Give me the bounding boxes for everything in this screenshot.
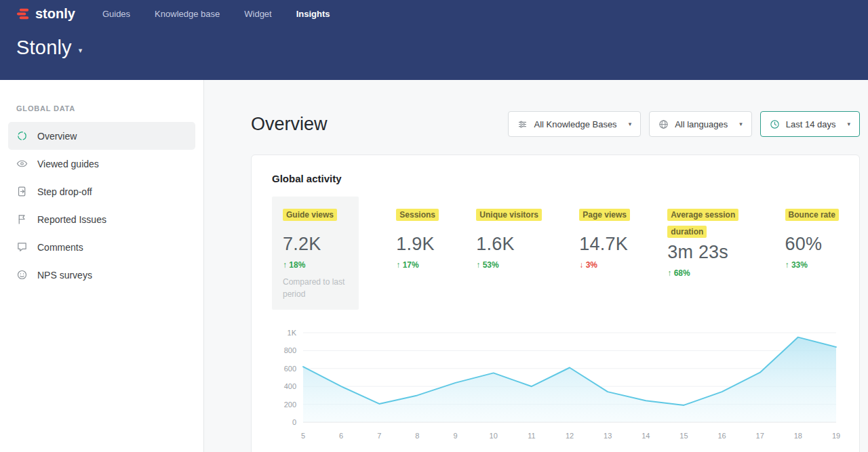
nav-guides[interactable]: Guides <box>102 9 130 19</box>
smiley-icon <box>16 269 28 281</box>
sidebar-item-label: Reported Issues <box>37 214 106 225</box>
svg-text:13: 13 <box>604 432 612 440</box>
date-range-filter-value: Last 14 days <box>786 119 836 129</box>
date-range-filter[interactable]: Last 14 days ▾ <box>760 111 860 137</box>
activity-chart-wrap: 02004006008001K5678910111213141516171819 <box>272 327 839 445</box>
metric-sessions[interactable]: Sessions 1.9K ↑ 17% <box>396 197 439 310</box>
svg-text:10: 10 <box>490 432 498 440</box>
svg-text:18: 18 <box>794 432 802 440</box>
sidebar-item-viewed-guides[interactable]: Viewed guides <box>8 150 195 178</box>
metric-change: ↓ 3% <box>579 260 630 270</box>
svg-text:8: 8 <box>415 432 419 440</box>
top-nav: Guides Knowledge base Widget Insights <box>102 9 330 19</box>
logo-text: stonly <box>35 6 75 22</box>
sidebar: GLOBAL DATA Overview Viewed guides Step … <box>0 80 204 452</box>
clock-icon <box>770 119 780 129</box>
stonly-logo-icon <box>16 7 31 21</box>
nav-insights[interactable]: Insights <box>296 9 330 19</box>
svg-text:600: 600 <box>284 365 296 373</box>
top-nav-row: stonly Guides Knowledge base Widget Insi… <box>16 0 852 27</box>
metric-label: Bounce rate <box>785 209 839 221</box>
metric-value: 14.7K <box>579 234 630 255</box>
main-content: Overview All Knowledge Bases ▾ All langu… <box>204 80 868 452</box>
sliders-icon <box>517 119 528 129</box>
sidebar-item-nps-surveys[interactable]: NPS surveys <box>8 261 195 289</box>
overview-icon <box>16 130 28 142</box>
chevron-down-icon: ▾ <box>847 121 850 127</box>
metric-change: ↑ 68% <box>667 268 747 278</box>
svg-text:6: 6 <box>339 432 343 440</box>
svg-text:5: 5 <box>301 432 305 440</box>
metric-value: 60% <box>785 234 839 255</box>
metric-label: Sessions <box>396 209 439 221</box>
svg-text:1K: 1K <box>288 329 297 337</box>
metric-change: ↑ 53% <box>476 260 542 270</box>
svg-text:15: 15 <box>679 432 688 440</box>
svg-text:400: 400 <box>284 382 296 390</box>
svg-text:200: 200 <box>284 400 296 409</box>
svg-text:800: 800 <box>284 346 296 354</box>
sidebar-item-label: Overview <box>37 131 77 142</box>
svg-text:0: 0 <box>292 418 296 426</box>
global-activity-card: Global activity Guide views 7.2K ↑ 18% C… <box>251 155 860 452</box>
workspace-title: Stonly <box>16 37 72 59</box>
metric-change: ↑ 17% <box>396 260 439 270</box>
metric-value: 7.2K <box>283 234 348 255</box>
comments-icon <box>16 241 28 253</box>
chevron-down-icon: ▾ <box>79 46 83 55</box>
metric-page-views[interactable]: Page views 14.7K ↓ 3% <box>579 197 630 310</box>
knowledge-bases-filter-value: All Knowledge Bases <box>534 119 616 129</box>
filters: All Knowledge Bases ▾ All languages ▾ La… <box>508 111 860 137</box>
sidebar-item-overview[interactable]: Overview <box>8 122 195 150</box>
metric-bounce-rate[interactable]: Bounce rate 60% ↑ 33% <box>785 197 839 310</box>
svg-text:7: 7 <box>377 432 381 440</box>
sidebar-item-step-drop-off[interactable]: Step drop-off <box>8 178 195 205</box>
workspace-selector[interactable]: Stonly ▾ <box>16 37 82 59</box>
card-title: Global activity <box>272 173 839 184</box>
metric-change: ↑ 18% <box>283 260 348 270</box>
main-header: Overview All Knowledge Bases ▾ All langu… <box>251 111 860 137</box>
sidebar-item-label: Step drop-off <box>37 186 92 197</box>
metrics-row: Guide views 7.2K ↑ 18% Compared to last … <box>272 197 839 310</box>
sidebar-section-label: GLOBAL DATA <box>0 104 203 112</box>
metric-guide-views[interactable]: Guide views 7.2K ↑ 18% Compared to last … <box>272 197 359 310</box>
svg-text:19: 19 <box>832 432 840 440</box>
metric-label: Guide views <box>283 209 337 221</box>
flag-icon <box>16 213 28 225</box>
metric-label: Average session duration <box>667 209 738 238</box>
metric-label: Unique visitors <box>476 209 542 221</box>
metric-average-session-duration[interactable]: Average session duration 3m 23s ↑ 68% <box>667 197 747 310</box>
languages-filter-value: All languages <box>675 119 728 129</box>
stonly-logo[interactable]: stonly <box>16 6 75 22</box>
nav-widget[interactable]: Widget <box>244 9 271 19</box>
sidebar-item-label: NPS surveys <box>37 270 92 281</box>
metric-change: ↑ 33% <box>785 260 839 270</box>
chevron-down-icon: ▾ <box>629 121 632 127</box>
metric-value: 3m 23s <box>667 242 747 263</box>
page-title: Overview <box>251 114 328 135</box>
eye-icon <box>16 158 28 169</box>
sidebar-item-reported-issues[interactable]: Reported Issues <box>8 205 195 233</box>
svg-text:14: 14 <box>642 432 650 440</box>
metric-unique-visitors[interactable]: Unique visitors 1.6K ↑ 53% <box>476 197 542 310</box>
svg-text:17: 17 <box>756 432 764 440</box>
nav-knowledge-base[interactable]: Knowledge base <box>155 9 220 19</box>
metric-label: Page views <box>579 209 630 221</box>
metric-value: 1.9K <box>396 234 439 255</box>
sidebar-item-comments[interactable]: Comments <box>8 233 195 261</box>
metric-compare-note: Compared to last period <box>283 276 348 300</box>
sidebar-item-label: Viewed guides <box>37 159 99 169</box>
svg-text:12: 12 <box>566 432 574 440</box>
metric-value: 1.6K <box>476 234 542 255</box>
step-dropoff-icon <box>16 186 28 197</box>
svg-text:9: 9 <box>454 432 458 440</box>
languages-filter[interactable]: All languages ▾ <box>649 111 752 137</box>
activity-area-chart: 02004006008001K5678910111213141516171819 <box>272 327 842 443</box>
svg-text:16: 16 <box>717 432 726 440</box>
knowledge-bases-filter[interactable]: All Knowledge Bases ▾ <box>508 111 641 137</box>
globe-icon <box>658 119 669 129</box>
chevron-down-icon: ▾ <box>739 121 743 127</box>
sidebar-item-label: Comments <box>37 242 83 253</box>
svg-text:11: 11 <box>528 432 535 440</box>
app-header: stonly Guides Knowledge base Widget Insi… <box>0 0 868 80</box>
